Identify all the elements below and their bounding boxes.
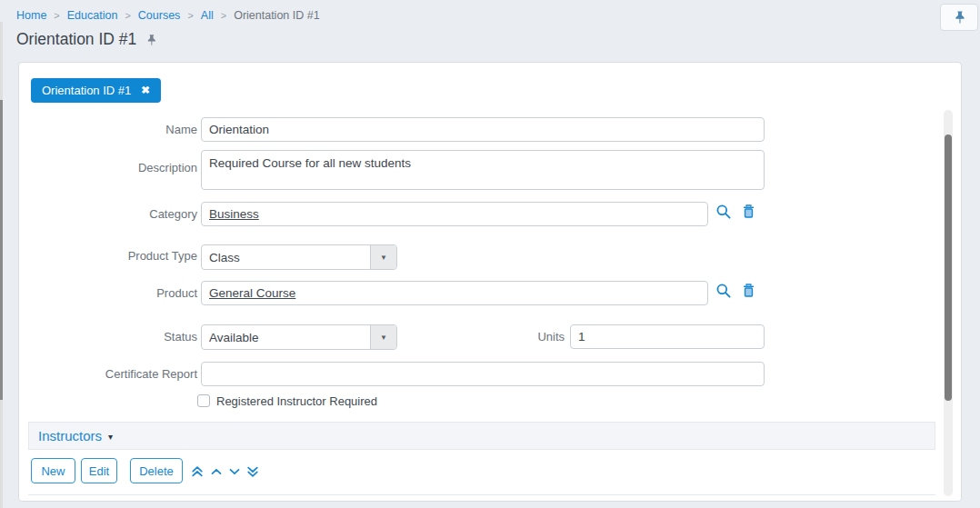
page-title-text: Orientation ID #1 [16,30,136,49]
breadcrumb-education[interactable]: Education [67,9,118,22]
product-type-value: Class [202,245,370,269]
move-top-icon[interactable] [190,464,205,479]
status-value: Available [202,325,370,349]
new-button[interactable]: New [31,458,75,483]
breadcrumb-separator: > [125,10,130,21]
category-value-link[interactable]: Business [209,207,259,221]
left-scrollbar-thumb[interactable] [0,100,3,400]
breadcrumb-separator: > [187,10,193,21]
breadcrumb-current: Orientation ID #1 [234,9,320,22]
record-tab[interactable]: Orientation ID #1 ✖ [31,78,161,103]
record-tab-label: Orientation ID #1 [42,84,131,97]
move-bottom-icon[interactable] [245,464,260,479]
breadcrumb-separator: > [54,10,59,21]
breadcrumb-courses[interactable]: Courses [138,9,181,22]
section-divider [28,494,935,495]
category-trash-icon[interactable] [741,204,757,220]
record-card: Orientation ID #1 ✖ Name Description Req… [18,62,962,502]
chevron-down-icon[interactable]: ▼ [370,245,396,269]
status-label: Status [19,330,197,344]
registered-instructor-checkbox[interactable] [197,394,210,407]
delete-button[interactable]: Delete [130,458,183,483]
units-label: Units [455,330,565,344]
certificate-report-input[interactable] [201,362,765,386]
category-search-icon[interactable] [715,204,732,220]
instructors-section-header[interactable]: Instructors ▾ [28,422,935,450]
edit-button[interactable]: Edit [81,458,117,483]
card-scrollbar-track[interactable] [944,110,953,496]
certificate-report-label: Certificate Report [19,367,197,381]
breadcrumb-all[interactable]: All [201,9,214,22]
name-input[interactable] [201,117,765,142]
category-field[interactable]: Business [201,202,708,226]
product-search-icon[interactable] [715,283,732,299]
page: Home > Education > Courses > All > Orien… [0,0,980,508]
pin-page-button[interactable] [940,4,978,31]
pushpin-icon[interactable] [145,34,157,46]
page-title: Orientation ID #1 [16,30,157,49]
category-label: Category [19,207,197,221]
product-value-link[interactable]: General Course [209,286,295,300]
product-trash-icon[interactable] [741,283,757,299]
description-input[interactable]: Required Course for all new students [201,150,765,190]
close-icon[interactable]: ✖ [141,85,150,96]
registered-instructor-label: Registered Instructor Required [216,394,377,408]
product-field[interactable]: General Course [201,281,708,305]
chevron-down-icon[interactable]: ▼ [370,325,396,349]
move-down-icon[interactable] [227,464,242,479]
product-label: Product [19,286,197,300]
move-up-icon[interactable] [209,464,224,479]
breadcrumb: Home > Education > Courses > All > Orien… [16,9,320,22]
status-select[interactable]: Available ▼ [201,324,397,350]
description-label: Description [19,161,197,174]
units-input[interactable] [570,324,765,349]
product-type-select[interactable]: Class ▼ [201,244,397,270]
breadcrumb-separator: > [221,10,226,21]
left-scrollbar-track[interactable] [0,22,3,508]
product-type-label: Product Type [19,249,197,263]
chevron-down-icon: ▾ [108,430,113,442]
card-scrollbar-thumb[interactable] [945,134,952,401]
breadcrumb-home[interactable]: Home [16,9,46,22]
name-label: Name [19,123,197,136]
pushpin-icon [952,10,966,25]
instructors-section-title[interactable]: Instructors [38,428,102,443]
